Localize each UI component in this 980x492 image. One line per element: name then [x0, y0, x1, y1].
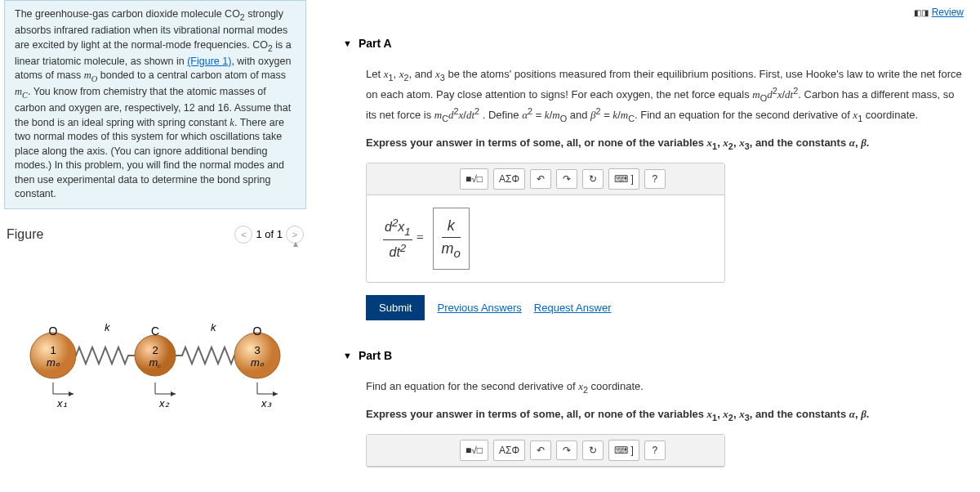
svg-text:2: 2 [152, 344, 158, 356]
previous-answers-link[interactable]: Previous Answers [437, 300, 521, 316]
molecule-diagram: k k O 1 mₒ C 2 m꜀ O 3 mₒ x₁ [24, 319, 286, 425]
help-button[interactable]: ? [644, 169, 666, 189]
svg-text:O: O [49, 324, 58, 338]
part-b-instruction: Express your answer in terms of some, al… [366, 406, 964, 424]
greek-button[interactable]: ΑΣΦ [493, 440, 525, 461]
part-a-text: Let x1, x2, and x3 be the atoms' positio… [366, 66, 964, 125]
reset-button[interactable]: ↻ [582, 441, 604, 460]
answer-box-b: ■√□ ΑΣΦ ↶ ↷ ↻ ⌨ ] ? [366, 434, 725, 467]
scroll-up-icon[interactable]: ▴ [289, 237, 302, 250]
undo-button[interactable]: ↶ [530, 441, 551, 460]
part-b-header[interactable]: ▼ Part B [327, 349, 964, 362]
reset-button[interactable]: ↻ [582, 169, 604, 189]
svg-text:1: 1 [50, 344, 56, 356]
figure-prev-button[interactable]: < [234, 226, 252, 244]
greek-button[interactable]: ΑΣΦ [493, 168, 525, 190]
answer-input-row[interactable]: d2x1 dt2 = k mo [367, 195, 724, 282]
keyboard-button[interactable]: ⌨ ] [608, 440, 639, 461]
collapse-icon: ▼ [343, 38, 352, 48]
svg-text:x₂: x₂ [158, 397, 170, 409]
svg-text:mₒ: mₒ [47, 356, 60, 369]
svg-text:mₒ: mₒ [251, 356, 265, 369]
svg-text:x₁: x₁ [56, 397, 67, 409]
answer-toolbar: ■√□ ΑΣΦ ↶ ↷ ↻ ⌨ ] ? [367, 163, 724, 195]
figure-header: Figure < 1 of 1 > [0, 217, 310, 252]
collapse-icon: ▼ [343, 351, 352, 360]
svg-text:x₃: x₃ [261, 397, 272, 409]
redo-button[interactable]: ↷ [556, 169, 577, 189]
figure-link[interactable]: (Figure 1) [187, 56, 231, 67]
templates-button[interactable]: ■√□ [460, 168, 488, 190]
left-panel: The greenhouse-gas carbon dioxide molecu… [0, 0, 310, 492]
answer-box-a: ■√□ ΑΣΦ ↶ ↷ ↻ ⌨ ] ? d2x1 dt2 = [366, 163, 725, 283]
figure-title: Figure [7, 227, 43, 242]
svg-text:m꜀: m꜀ [149, 356, 163, 369]
templates-button[interactable]: ■√□ [460, 440, 488, 461]
answer-toolbar-b: ■√□ ΑΣΦ ↶ ↷ ↻ ⌨ ] ? [367, 435, 724, 467]
svg-text:C: C [151, 324, 159, 338]
undo-button[interactable]: ↶ [530, 169, 551, 189]
svg-text:k: k [105, 321, 111, 333]
problem-statement: The greenhouse-gas carbon dioxide molecu… [4, 0, 306, 209]
answer-value[interactable]: k mo [433, 208, 470, 270]
part-a-body: Let x1, x2, and x3 be the atoms' positio… [327, 66, 964, 320]
help-button[interactable]: ? [644, 441, 666, 460]
figure-counter: 1 of 1 [256, 228, 283, 240]
part-a-header[interactable]: ▼ Part A [327, 37, 964, 50]
review-link[interactable]: Review [914, 7, 964, 18]
right-panel: Review ▼ Part A Let x1, x2, and x3 be th… [310, 0, 980, 492]
svg-text:3: 3 [254, 344, 260, 356]
request-answer-link[interactable]: Request Answer [534, 300, 612, 316]
redo-button[interactable]: ↷ [556, 441, 577, 460]
submit-button[interactable]: Submit [366, 295, 425, 320]
part-b-text: Find an equation for the second derivati… [366, 378, 964, 396]
button-row-a: Submit Previous Answers Request Answer [366, 295, 964, 320]
part-a-instruction: Express your answer in terms of some, al… [366, 135, 964, 153]
figure-body: ▴ k k O 1 mₒ C 2 m꜀ [0, 252, 310, 492]
svg-text:k: k [211, 321, 217, 333]
keyboard-button[interactable]: ⌨ ] [608, 168, 639, 190]
part-b-body: Find an equation for the second derivati… [327, 378, 964, 467]
svg-text:O: O [253, 324, 262, 338]
answer-lhs: d2x1 dt2 = [383, 215, 425, 263]
